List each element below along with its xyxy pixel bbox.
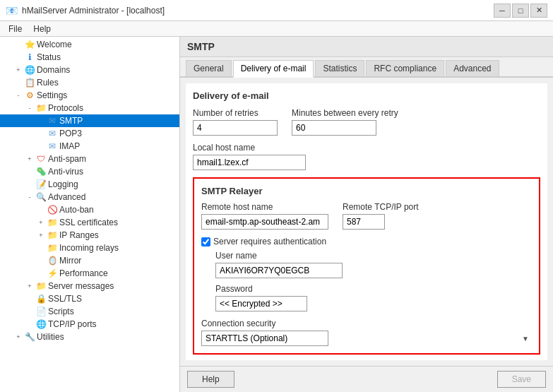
content-area: SMTP GeneralDelivery of e-mailStatistics… — [180, 37, 553, 392]
sidebar-item-imap[interactable]: ✉IMAP — [0, 140, 179, 153]
sidebar-item-antivirus[interactable]: 🦠Anti-virus — [0, 165, 179, 178]
sidebar-item-status[interactable]: ℹStatus — [0, 51, 179, 64]
help-button[interactable]: Help — [187, 371, 234, 388]
auth-checkbox[interactable] — [201, 237, 210, 247]
sidebar-label-mirror: Mirror — [59, 256, 81, 266]
tree-expander-icon — [24, 166, 35, 177]
connection-security-select[interactable]: NoneSTARTTLS (Optional)STARTTLS (Require… — [201, 331, 328, 346]
tree-expander-icon: - — [24, 191, 35, 203]
performance-icon: ⚡ — [47, 268, 58, 279]
connection-security-wrapper: NoneSTARTTLS (Optional)STARTTLS (Require… — [201, 331, 532, 346]
delivery-section-title: Delivery of e-mail — [193, 90, 540, 101]
sidebar-item-ssltls[interactable]: 🔒SSL/TLS — [0, 292, 179, 305]
username-label: User name — [215, 251, 532, 261]
sidebar-item-advanced[interactable]: -🔍Advanced — [0, 191, 179, 203]
tab-general[interactable]: General — [186, 60, 232, 76]
tab-rfc[interactable]: RFC compliance — [366, 60, 444, 76]
app-title: hMailServer Administrator - [localhost] — [22, 6, 165, 16]
retries-input[interactable] — [193, 120, 278, 136]
content-title: SMTP — [187, 41, 215, 52]
tab-statistics[interactable]: Statistics — [315, 60, 364, 76]
tab-delivery[interactable]: Delivery of e-mail — [233, 60, 314, 78]
autoban-icon: 🚫 — [47, 204, 58, 215]
menu-help[interactable]: Help — [28, 23, 57, 35]
password-group: Password — [215, 284, 532, 311]
sidebar-label-tcpports: TCP/IP ports — [48, 319, 96, 329]
sidebar-item-protocols[interactable]: -📁Protocols — [0, 102, 179, 114]
sidebar-label-performance: Performance — [59, 268, 108, 278]
remote-tcp-label: Remote TCP/IP port — [343, 202, 419, 212]
sidebar-item-settings[interactable]: -⚙Settings — [0, 89, 179, 102]
tree-expander-icon — [35, 268, 47, 279]
tree-expander-icon: - — [24, 102, 35, 114]
ssltls-icon: 🔒 — [35, 293, 47, 304]
sidebar-item-ipranges[interactable]: +📁IP Ranges — [0, 229, 179, 242]
sidebar-item-logging[interactable]: 📝Logging — [0, 178, 179, 191]
menu-bar: File Help — [0, 21, 553, 37]
main-panel: Delivery of e-mail Number of retries Min… — [186, 83, 547, 360]
close-button[interactable]: ✕ — [530, 4, 547, 18]
auth-checkbox-row: Server requires authentication — [201, 237, 532, 247]
sidebar-label-domains: Domains — [37, 65, 70, 75]
advanced-icon: 🔍 — [35, 191, 47, 203]
username-input[interactable] — [215, 263, 343, 278]
sidebar-label-smtp: SMTP — [59, 116, 83, 126]
sidebar-label-status: Status — [37, 52, 61, 62]
sidebar: ⭐WelcomeℹStatus+🌐Domains📋Rules-⚙Settings… — [0, 37, 180, 392]
sidebar-item-domains[interactable]: +🌐Domains — [0, 64, 179, 76]
sidebar-item-scripts[interactable]: 📄Scripts — [0, 305, 179, 318]
smtp-icon: ✉ — [47, 115, 58, 126]
menu-file[interactable]: File — [3, 23, 28, 35]
password-input[interactable] — [215, 296, 307, 311]
utilities-icon: 🔧 — [24, 331, 35, 343]
sidebar-label-ssltls: SSL/TLS — [48, 294, 82, 304]
sidebar-item-rules[interactable]: 📋Rules — [0, 76, 179, 89]
sidebar-item-sslcerts[interactable]: +📁SSL certificates — [0, 216, 179, 229]
tree-expander-icon — [35, 242, 47, 254]
sidebar-label-utilities: Utilities — [37, 332, 64, 342]
localhost-input[interactable] — [193, 155, 306, 170]
sidebar-item-autoban[interactable]: 🚫Auto-ban — [0, 203, 179, 216]
sidebar-item-performance[interactable]: ⚡Performance — [0, 267, 179, 280]
tree-expander-icon: + — [13, 331, 24, 343]
retry-row: Number of retries Minutes between every … — [193, 108, 540, 136]
sidebar-label-welcome: Welcome — [37, 40, 72, 49]
title-bar: 📧 hMailServer Administrator - [localhost… — [0, 0, 553, 21]
sidebar-item-tcpports[interactable]: 🌐TCP/IP ports — [0, 318, 179, 331]
sidebar-label-servermsg: Server messages — [48, 281, 114, 291]
sidebar-label-rules: Rules — [37, 78, 59, 88]
sidebar-item-smtp[interactable]: ✉SMTP — [0, 114, 179, 127]
retry-minutes-input[interactable] — [292, 120, 376, 136]
remote-tcp-group: Remote TCP/IP port — [343, 202, 419, 230]
sidebar-item-pop3[interactable]: ✉POP3 — [0, 127, 179, 140]
sidebar-label-antispam: Anti-spam — [48, 154, 86, 164]
sidebar-item-servermsg[interactable]: +📁Server messages — [0, 280, 179, 292]
password-label: Password — [215, 284, 532, 294]
sidebar-item-utilities[interactable]: +🔧Utilities — [0, 331, 179, 343]
username-group: User name — [215, 251, 532, 278]
relayer-title: SMTP Relayer — [201, 186, 532, 196]
sidebar-item-increlays[interactable]: 📁Incoming relays — [0, 242, 179, 254]
remote-tcp-input[interactable] — [343, 214, 385, 230]
tree-expander-icon — [24, 293, 35, 304]
tab-advanced[interactable]: Advanced — [446, 60, 499, 76]
save-button[interactable]: Save — [497, 371, 546, 388]
minimize-button[interactable]: ─ — [494, 4, 511, 18]
localhost-group: Local host name — [193, 143, 540, 170]
auth-checkbox-label: Server requires authentication — [213, 237, 326, 247]
tree-expander-icon — [24, 319, 35, 330]
sidebar-label-antivirus: Anti-virus — [48, 167, 83, 177]
remote-host-input[interactable] — [201, 214, 328, 230]
tree-expander-icon — [35, 115, 47, 126]
sidebar-item-antispam[interactable]: +🛡Anti-spam — [0, 153, 179, 165]
settings-icon: ⚙ — [24, 90, 35, 101]
sslcerts-icon: 📁 — [47, 217, 58, 228]
sidebar-label-autoban: Auto-ban — [59, 205, 94, 215]
tree-expander-icon: + — [13, 64, 24, 76]
sidebar-item-mirror[interactable]: 🪞Mirror — [0, 254, 179, 267]
maximize-button[interactable]: □ — [512, 4, 529, 18]
sidebar-item-welcome[interactable]: ⭐Welcome — [0, 38, 179, 51]
smtp-relayer-box: SMTP Relayer Remote host name Remote TCP… — [193, 177, 540, 355]
increlays-icon: 📁 — [47, 242, 58, 254]
tree-expander-icon — [13, 52, 24, 63]
